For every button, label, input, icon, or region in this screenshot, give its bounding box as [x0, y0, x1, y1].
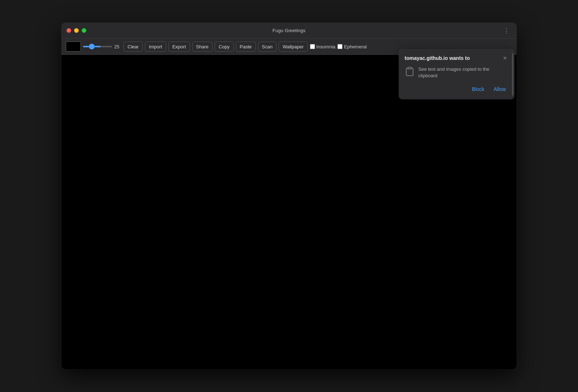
scan-button[interactable]: Scan [258, 42, 277, 52]
export-button[interactable]: Export [168, 42, 190, 52]
ephemeral-checkbox[interactable] [337, 44, 342, 49]
share-button[interactable]: Share [192, 42, 213, 52]
popup-close-button[interactable]: ✕ [501, 55, 509, 62]
traffic-lights [66, 28, 86, 33]
popup-header: tomayac.github.io wants to ✕ [399, 49, 514, 62]
title-bar: Fugu Greetings ⋮ [61, 23, 517, 39]
color-swatch[interactable] [66, 42, 81, 52]
paste-button[interactable]: Paste [236, 42, 256, 52]
clipboard-icon [405, 66, 415, 77]
svg-rect-0 [408, 67, 411, 69]
block-button[interactable]: Block [469, 85, 487, 93]
popup-body: See text and images copied to the clipbo… [399, 62, 514, 85]
ephemeral-label: Ephemeral [344, 44, 367, 49]
allow-button[interactable]: Allow [491, 85, 509, 93]
copy-button[interactable]: Copy [215, 42, 233, 52]
maximize-button[interactable] [82, 28, 86, 33]
popup-actions: Block Allow [399, 85, 514, 99]
slider-value: 25 [114, 44, 121, 49]
insomnia-checkbox[interactable] [310, 44, 315, 49]
popup-title: tomayac.github.io wants to [405, 55, 501, 61]
mac-window: Fugu Greetings ⋮ 25 Clear Import Export … [61, 23, 517, 369]
window-title: Fugu Greetings [272, 28, 305, 33]
ephemeral-checkbox-label[interactable]: Ephemeral [337, 44, 367, 49]
popup-description: See text and images copied to the clipbo… [418, 66, 509, 79]
insomnia-label: Insomnia [316, 44, 336, 49]
close-button[interactable] [66, 28, 71, 33]
clear-button[interactable]: Clear [124, 42, 143, 52]
wallpaper-button[interactable]: Wallpaper [279, 42, 307, 52]
slider-container: 25 [83, 44, 121, 49]
minimize-button[interactable] [74, 28, 79, 33]
permission-popup-overlay: tomayac.github.io wants to ✕ See text an… [399, 49, 514, 99]
import-button[interactable]: Import [145, 42, 166, 52]
canvas-area[interactable] [61, 55, 517, 369]
permission-popup: tomayac.github.io wants to ✕ See text an… [399, 49, 514, 99]
insomnia-checkbox-label[interactable]: Insomnia [310, 44, 336, 49]
more-menu-button[interactable]: ⋮ [501, 26, 512, 36]
popup-scrollbar [512, 53, 513, 96]
size-slider[interactable] [83, 46, 112, 47]
